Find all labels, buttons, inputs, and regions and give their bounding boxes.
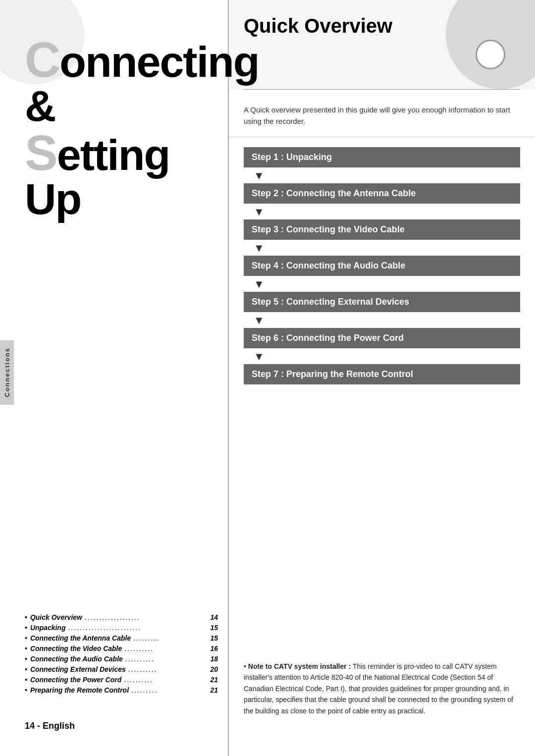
toc-label-7: Preparing the Remote Control [30, 686, 129, 694]
title-line1-first: C [25, 32, 59, 87]
toc-row-7: • Preparing the Remote Control .........… [25, 686, 218, 694]
toc-row-3: • Connecting the Video Cable .......... … [25, 645, 218, 652]
main-title: Connecting & Setting Up [25, 35, 213, 221]
toc-page-5: 20 [210, 665, 218, 673]
toc-page-7: 21 [210, 686, 218, 694]
step-bar-5: Step 5 : Connecting External Devices [244, 292, 520, 312]
step-arrow-5: ▼ [254, 314, 520, 327]
page-number: 14 [25, 721, 35, 731]
toc-row-1: • Unpacking ......................... 15 [25, 624, 218, 632]
step-bar-7: Step 7 : Preparing the Remote Control [244, 364, 520, 384]
toc-page-1: 15 [210, 624, 218, 632]
step-arrow-4: ▼ [254, 278, 520, 291]
right-panel: Quick Overview A Quick overview presente… [228, 0, 535, 756]
toc-section: • Quick Overview ................... 14 … [25, 613, 218, 697]
step-arrow-1: ▼ [254, 169, 520, 182]
toc-row-6: • Connecting the Power Cord .......... 2… [25, 676, 218, 684]
toc-label-0: Quick Overview [30, 613, 82, 621]
note-label: Note to CATV system installer : [248, 662, 351, 670]
toc-row-5: • Connecting External Devices ..........… [25, 665, 218, 673]
deco-area: Quick Overview [229, 0, 535, 89]
toc-page-0: 14 [210, 613, 218, 621]
toc-page-4: 18 [210, 655, 218, 663]
sidebar-tab: Connections [0, 340, 14, 405]
title-line1-rest: onnecting & [25, 37, 259, 130]
toc-label-2: Connecting the Antenna Cable [30, 634, 131, 642]
toc-label-3: Connecting the Video Cable [30, 645, 122, 652]
step-bar-6: Step 6 : Connecting the Power Cord [244, 328, 520, 348]
step-bar-3: Step 3 : Connecting the Video Cable [244, 219, 520, 240]
toc-label-1: Unpacking [30, 624, 66, 632]
step-arrow-6: ▼ [254, 350, 520, 363]
toc-label-6: Connecting the Power Cord [30, 676, 121, 684]
toc-row-2: • Connecting the Antenna Cable .........… [25, 634, 218, 642]
toc-row-0: • Quick Overview ................... 14 [25, 613, 218, 621]
sidebar-label: Connections [3, 347, 11, 397]
step-bar-2: Step 2 : Connecting the Antenna Cable [244, 183, 520, 204]
page-suffix: - English [37, 721, 75, 731]
toc-label-5: Connecting External Devices [30, 665, 126, 673]
toc-label-4: Connecting the Audio Cable [30, 655, 123, 663]
quick-overview-title: Quick Overview [244, 15, 392, 37]
quick-overview-desc: A Quick overview presented in this guide… [229, 95, 535, 137]
title-line1: Connecting & [25, 35, 213, 128]
toc-page-3: 16 [210, 645, 218, 652]
title-line2-first: S [25, 125, 57, 180]
note-section: • Note to CATV system installer : This r… [244, 661, 520, 716]
toc-page-2: 15 [210, 634, 218, 642]
page-number-section: 14 - English [25, 721, 75, 731]
left-panel: Connections Connecting & Setting Up • Qu… [0, 0, 228, 756]
step-bar-4: Step 4 : Connecting the Audio Cable [244, 256, 520, 276]
toc-page-6: 21 [210, 676, 218, 684]
note-bullet: • [244, 662, 248, 670]
step-bar-1: Step 1 : Unpacking [244, 147, 520, 167]
deco-circle-small [476, 40, 505, 69]
title-line2: Setting Up [25, 128, 213, 221]
divider-line [244, 89, 520, 90]
step-arrow-3: ▼ [254, 242, 520, 255]
toc-row-4: • Connecting the Audio Cable .......... … [25, 655, 218, 663]
step-arrow-2: ▼ [254, 206, 520, 218]
